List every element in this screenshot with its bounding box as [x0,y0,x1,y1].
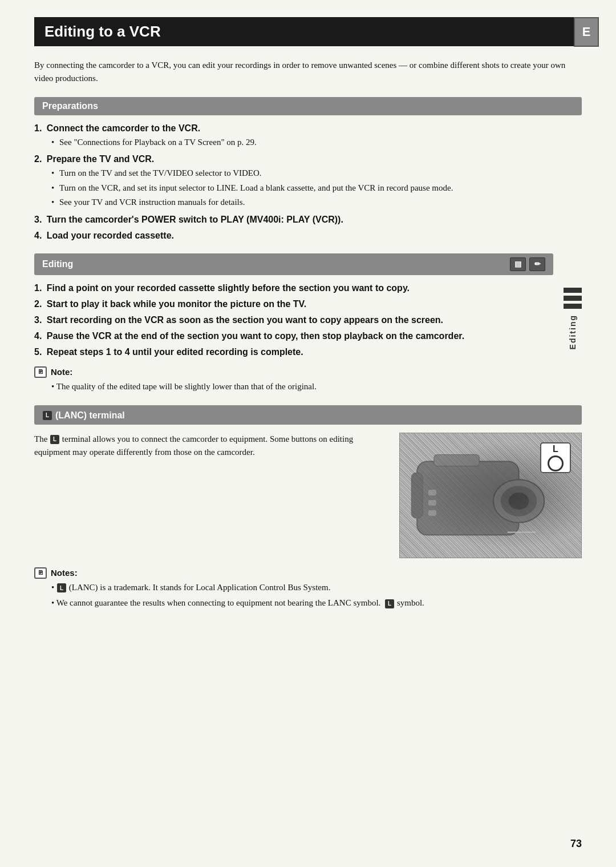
preparations-header-label: Preparations [42,101,98,111]
preparations-section: Preparations 1. Connect the camcorder to… [34,97,582,241]
bullet-item: See your TV and VCR instruction manuals … [51,196,582,209]
svg-rect-6 [428,490,436,495]
edit-item-1-header: 1. Find a point on your recorded cassett… [34,283,553,293]
pencil-icon: ✏ [529,257,545,271]
sidebar-bar-2 [564,296,582,301]
lanc-section: L (LANC) terminal The L terminal allows … [34,405,582,610]
lanc-notes-title: 🖹 Notes: [34,567,582,579]
intro-paragraph: By connecting the camcorder to a VCR, yo… [34,59,582,86]
svg-rect-8 [428,510,436,515]
editing-note: 🖹 Note: • The quality of the edited tape… [34,366,553,393]
sidebar-decoration: Editing [564,288,582,349]
edit-item-2: 2. Start to play it back while you monit… [34,299,553,309]
prep-item-4: 4. Load your recorded cassette. [34,231,582,241]
editing-header-icons: ▤ ✏ [510,257,545,271]
editing-section: Editing ▤ ✏ 1. Find a point on your reco… [34,253,582,393]
page-number: 73 [570,838,582,850]
lanc-notes-label: Notes: [51,568,78,578]
preparations-list: 1. Connect the camcorder to the VCR. See… [34,123,582,241]
edit-item-1: 1. Find a point on your recorded cassett… [34,283,553,293]
lanc-header-label: L (LANC) terminal [42,409,125,421]
lanc-header-text: (LANC) terminal [55,410,125,421]
note-label: Note: [51,367,72,377]
edit-item-5-header: 5. Repeat steps 1 to 4 until your edited… [34,347,553,357]
lanc-image: L [399,433,582,558]
lanc-header: L (LANC) terminal [34,405,582,425]
main-title-bar: Editing to a VCR [34,17,582,46]
edit-item-2-header: 2. Start to play it back while you monit… [34,299,553,309]
l-symbol-header: L [43,411,52,420]
prep-item-3: 3. Turn the camcorder's POWER switch to … [34,215,582,225]
lanc-l-badge: L [540,442,571,473]
lanc-badge-circle [548,455,564,471]
edit-item-4-header: 4. Pause the VCR at the end of the secti… [34,331,553,341]
l-symbol-inline: L [50,435,59,444]
lanc-note-text-2: • We cannot guarantee the results when c… [34,596,582,610]
svg-point-3 [509,493,529,510]
cassette-icon: ▤ [510,257,526,271]
prep-item-2-header: 2. Prepare the TV and VCR. [34,154,582,164]
l-symbol-note1: L [57,583,66,592]
bullet-item: Turn on the VCR, and set its input selec… [51,182,582,195]
sidebar-bar-1 [564,288,582,293]
editing-header: Editing ▤ ✏ [34,253,553,275]
prep-item-2: 2. Prepare the TV and VCR. Turn on the T… [34,154,582,209]
edit-item-3: 3. Start recording on the VCR as soon as… [34,315,553,325]
editing-header-label: Editing [42,259,73,269]
lanc-description: The L terminal allows you to connect the… [34,433,386,459]
lanc-note-bullet-2: • [51,598,56,607]
edit-item-4: 4. Pause the VCR at the end of the secti… [34,331,553,341]
lanc-badge-letter: L [553,444,558,454]
note-bullet: • [51,382,54,391]
prep-item-3-header: 3. Turn the camcorder's POWER switch to … [34,215,582,225]
lanc-content: The L terminal allows you to connect the… [34,433,582,558]
prep-item-1-bullets: See "Connections for Playback on a TV Sc… [51,136,582,149]
prep-item-1-header: 1. Connect the camcorder to the VCR. [34,123,582,134]
main-title: Editing to a VCR [44,23,161,41]
sidebar-bar-3 [564,304,582,309]
note-icon: 🖹 [34,366,47,378]
prep-item-4-header: 4. Load your recorded cassette. [34,231,582,241]
bullet-item: Turn on the TV and set the TV/VIDEO sele… [51,167,582,180]
svg-rect-4 [411,473,423,518]
edit-item-3-header: 3. Start recording on the VCR as soon as… [34,315,553,325]
sidebar-bars [564,288,582,309]
lanc-note-icon: 🖹 [34,567,47,579]
l-symbol-note2: L [385,599,394,608]
lanc-note-text-1: • L (LANC) is a trademark. It stands for… [34,581,582,594]
sidebar-vertical-label: Editing [568,314,577,349]
note-title: 🖹 Note: [34,366,553,378]
e-badge-label: E [582,25,591,39]
lanc-notes: 🖹 Notes: • L (LANC) is a trademark. It s… [34,567,582,610]
e-badge: E [574,17,599,47]
edit-item-5: 5. Repeat steps 1 to 4 until your edited… [34,347,553,357]
page: E Editing to a VCR By connecting the cam… [0,0,616,867]
svg-rect-5 [434,454,479,466]
preparations-header: Preparations [34,97,582,115]
prep-item-1: 1. Connect the camcorder to the VCR. See… [34,123,582,149]
editing-list: 1. Find a point on your recorded cassett… [34,283,553,357]
note-text: • The quality of the edited tape will be… [34,380,553,393]
svg-rect-7 [428,499,436,505]
lanc-note-bullet-1: • [51,583,54,592]
bullet-item: See "Connections for Playback on a TV Sc… [51,136,582,149]
prep-item-2-bullets: Turn on the TV and set the TV/VIDEO sele… [51,167,582,209]
